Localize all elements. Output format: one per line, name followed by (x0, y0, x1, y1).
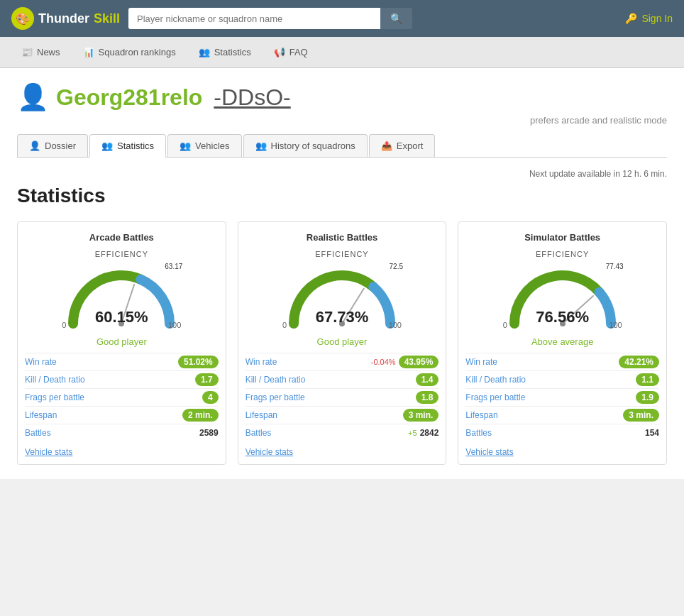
sign-in-button[interactable]: 🔑 Sign In (625, 13, 673, 24)
vehicle-stats-link[interactable]: Vehicle stats (25, 447, 219, 457)
tab-export[interactable]: 📤 Export (369, 134, 436, 157)
stat-badge: 1.8 (416, 391, 439, 404)
stat-badge: 51.02% (178, 356, 219, 368)
tab-statistics[interactable]: 👥 Statistics (89, 134, 166, 158)
dossier-tab-label: Dossier (45, 141, 76, 151)
stat-badge: 1.7 (195, 373, 219, 386)
navbar: 📰 News 📊 Squadron rankings 👥 Statistics … (0, 37, 684, 68)
stat-label[interactable]: Win rate (246, 357, 277, 367)
stat-badge: 2 min. (182, 409, 219, 422)
stat-row: Win rate 51.02% (25, 353, 219, 370)
stat-row: Battles +52842 (246, 424, 439, 441)
stat-label[interactable]: Battles (246, 428, 272, 438)
battle-title: Arcade Battles (25, 232, 219, 243)
stat-row: Frags per battle 1.8 (246, 388, 439, 406)
nav-item-news[interactable]: 📰 News (11, 40, 70, 65)
stat-label[interactable]: Kill / Death ratio (25, 375, 85, 385)
nav-squadron-label: Squadron rankings (99, 47, 176, 57)
gauge-wrap: 72.5 0 100 67.73% (278, 261, 406, 332)
stat-badge: 1.4 (416, 373, 439, 386)
vehicles-tab-label: Vehicles (195, 141, 229, 151)
battle-card-0: Arcade Battles EFFICIENCY 63.17 0 100 60… (17, 221, 226, 465)
stat-right: 2589 (199, 428, 219, 438)
stat-label[interactable]: Frags per battle (465, 392, 525, 402)
nav-item-squadron-rankings[interactable]: 📊 Squadron rankings (73, 40, 186, 65)
stat-right: 1.1 (636, 375, 659, 385)
tab-vehicles[interactable]: 👥 Vehicles (167, 134, 241, 157)
player-name: Georg281relo (56, 84, 202, 111)
player-avatar-icon: 👤 (17, 82, 49, 112)
gauge-value: 67.73% (316, 308, 369, 326)
nav-faq-label: FAQ (289, 47, 308, 57)
export-tab-label: Export (397, 141, 424, 151)
battle-title: Realistic Battles (246, 232, 439, 243)
stat-right: 1.8 (416, 392, 439, 402)
export-tab-icon: 📤 (381, 141, 392, 151)
stat-label[interactable]: Battles (25, 428, 51, 438)
logo-icon: 🎨 (11, 7, 34, 30)
stat-badge: 3 min. (403, 409, 439, 422)
tab-dossier[interactable]: 👤 Dossier (17, 134, 88, 157)
stat-right: 42.21% (619, 357, 659, 367)
news-icon: 📰 (21, 47, 33, 57)
search-bar: 🔍 (128, 8, 412, 29)
gauge-wrap: 77.43 0 100 76.56% (499, 261, 627, 332)
stat-delta: +5 (408, 429, 417, 437)
header: 🎨 Thunder Skill 🔍 🔑 Sign In (0, 0, 684, 37)
gauge-wrap: 63.17 0 100 60.15% (57, 261, 185, 332)
stat-row: Frags per battle 4 (25, 388, 219, 406)
tab-history-squadrons[interactable]: 👥 History of squadrons (243, 134, 368, 157)
history-tab-label: History of squadrons (271, 141, 355, 151)
gauge-max-label: 72.5 (390, 263, 403, 270)
gauge-min-label: 0 (62, 321, 66, 329)
stat-badge: 4 (202, 391, 219, 404)
gauge-max-right-label: 100 (168, 321, 181, 329)
vehicle-stats-link[interactable]: Vehicle stats (465, 447, 659, 457)
tabs: 👤 Dossier 👥 Statistics 👥 Vehicles 👥 Hist… (17, 134, 667, 158)
history-tab-icon: 👥 (255, 141, 267, 151)
nav-item-statistics[interactable]: 👥 Statistics (189, 40, 261, 65)
stat-row: Lifespan 2 min. (25, 406, 219, 424)
stat-label[interactable]: Win rate (25, 357, 57, 367)
gauge-max-right-label: 100 (609, 321, 622, 329)
stat-label[interactable]: Lifespan (465, 410, 497, 420)
stat-right: 154 (645, 428, 659, 438)
search-button[interactable]: 🔍 (380, 8, 412, 29)
nav-item-faq[interactable]: 📢 FAQ (264, 40, 318, 65)
battle-card-2: Simulator Battles EFFICIENCY 77.43 0 100… (458, 221, 667, 465)
player-header: 👤 Georg281relo -DDsO- (17, 82, 667, 112)
stat-label[interactable]: Battles (465, 428, 492, 438)
stat-label[interactable]: Frags per battle (25, 392, 84, 402)
nav-news-label: News (37, 47, 60, 57)
stat-right: 1.7 (195, 375, 219, 385)
stat-row: Battles 154 (465, 424, 659, 441)
battle-card-1: Realistic Battles EFFICIENCY 72.5 0 100 … (238, 221, 447, 465)
logo-skill-text: Skill (94, 11, 120, 26)
stat-label[interactable]: Frags per battle (246, 392, 305, 402)
vehicle-stats-link[interactable]: Vehicle stats (246, 447, 439, 457)
stat-label[interactable]: Lifespan (25, 410, 57, 420)
stat-row: Win rate 42.21% (465, 353, 659, 370)
gauge-label: EFFICIENCY (536, 250, 589, 258)
stat-right: 2 min. (182, 410, 219, 420)
stat-label[interactable]: Kill / Death ratio (465, 375, 526, 385)
stat-row: Kill / Death ratio 1.4 (246, 370, 439, 388)
statistics-icon: 👥 (199, 47, 210, 57)
stat-label[interactable]: Kill / Death ratio (246, 375, 306, 385)
gauge-max-label: 63.17 (165, 263, 182, 270)
stat-row: Kill / Death ratio 1.1 (465, 370, 659, 388)
gauge-rating: Good player (246, 336, 439, 347)
page-content: 👤 Georg281relo -DDsO- prefers arcade and… (0, 68, 684, 479)
stat-right: +52842 (408, 428, 438, 438)
gauge-label: EFFICIENCY (95, 250, 148, 258)
stat-label[interactable]: Lifespan (246, 410, 277, 420)
gauge-min-label: 0 (282, 321, 287, 329)
stat-right: 4 (202, 392, 219, 402)
search-input[interactable] (128, 8, 380, 29)
stat-badge: 1.9 (636, 391, 659, 404)
stat-value: 2589 (199, 428, 219, 438)
stat-label[interactable]: Win rate (465, 357, 497, 367)
stat-row: Kill / Death ratio 1.7 (25, 370, 219, 388)
sign-in-label: Sign In (641, 13, 673, 24)
statistics-tab-icon: 👥 (101, 141, 113, 151)
